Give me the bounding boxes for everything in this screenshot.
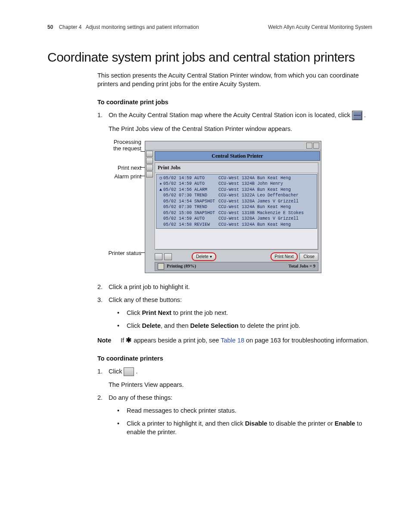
job-time-type: 05/02 07:30 TREND	[163, 193, 218, 199]
print-job-row[interactable]: 05/02 14:54 SNAPSHOTCCU-West 1328A James…	[156, 199, 317, 205]
window-title: Central Station Printer	[155, 151, 320, 161]
status-bar: Printing (89%) Total Jobs = 9	[155, 262, 318, 271]
printer-window-figure: Processing the request Print next Alarm …	[96, 141, 372, 273]
label-alarm-print: Alarm print	[114, 173, 141, 180]
bullet-print-next: Click Print Next to print the job next.	[117, 308, 372, 317]
page-number: 50	[47, 24, 53, 30]
job-patient: CCU-West 1324A Bun Keat Heng	[218, 175, 315, 181]
document-icon	[158, 263, 164, 270]
bullet-disable-enable: Click a printer to highlight it, and the…	[117, 419, 372, 436]
cycle-icon[interactable]	[146, 171, 153, 177]
view-icon[interactable]	[155, 253, 162, 260]
printers-icon[interactable]	[164, 253, 172, 260]
printers-step-2: 2. Do any of these things:	[97, 393, 372, 402]
page-header: 50 Chapter 4 Adjust monitoring settings …	[47, 24, 372, 30]
print-job-row[interactable]: ★05/02 14:59 AUTOCCU-West 1324B John Hen…	[156, 181, 317, 187]
job-patient: CCU-West 1322A Leo Deffenbacher	[218, 193, 315, 199]
job-icon	[158, 216, 163, 222]
printers-step-1: 1. Click .	[97, 367, 372, 376]
job-patient: CCU-West 1324B John Henry	[218, 181, 315, 187]
job-patient: CCU-West 1328A James V Grizzell	[218, 199, 315, 205]
printing-status: Printing (89%)	[167, 263, 196, 269]
job-time-type: 05/02 14:56 ALARM	[163, 187, 218, 193]
bullet-delete: Click Delete, and then Delete Selection …	[117, 321, 372, 330]
print-job-row[interactable]: 05/02 07:30 TRENDCCU-West 1324A Bun Keat…	[156, 204, 317, 210]
label-printer-status: Printer status	[108, 249, 141, 257]
step-3: 3. Click any of these buttons:	[97, 296, 372, 304]
delete-button[interactable]: Delete ▾	[192, 252, 216, 261]
chapter-number: Chapter 4	[59, 24, 82, 30]
job-icon	[158, 222, 163, 228]
job-icon	[158, 199, 163, 205]
print-job-row[interactable]: ◷05/02 14:59 AUTOCCU-West 1324A Bun Keat…	[156, 175, 317, 181]
error-icon: ✱	[126, 338, 132, 344]
bullet-read-messages: Read messages to check printer status.	[117, 406, 372, 415]
panel-title: Print Jobs	[155, 163, 318, 173]
print-job-row[interactable]: 05/02 07:30 TRENDCCU-West 1322A Leo Deff…	[156, 193, 317, 199]
subheading-printers: To coordinate printers	[97, 354, 372, 363]
printers-step1-result: The Printers View appears.	[97, 380, 372, 389]
print-next-button[interactable]: Print Next	[271, 252, 298, 261]
job-time-type: 05/02 14:59 AUTO	[163, 216, 218, 222]
note-label: Note	[97, 336, 114, 345]
print-job-row[interactable]: 05/02 14:59 AUTOCCU-West 1328A James V G…	[156, 216, 317, 222]
job-icon: ◷	[158, 175, 163, 181]
job-time-type: 05/02 14:54 SNAPSHOT	[163, 199, 218, 205]
job-patient: CCU-West 1324A Bun Keat Heng	[218, 222, 315, 228]
job-time-type: 05/02 14:59 AUTO	[163, 175, 218, 181]
job-icon	[158, 204, 163, 210]
central-station-printer-window: Central Station Printer Print Jobs ◷05/0…	[145, 141, 321, 273]
chapter-title: Adjust monitoring settings and patient i…	[86, 24, 199, 30]
cycle-icon[interactable]	[146, 165, 153, 171]
window-button-icon[interactable]	[306, 143, 312, 149]
label-processing: Processing the request	[113, 139, 141, 152]
job-icon: ★	[158, 181, 163, 187]
print-job-row[interactable]: ▲05/02 14:56 ALARMCCU-West 1324A Bun Kea…	[156, 187, 317, 193]
job-patient: CCU-West 1328A James V Grizzell	[218, 216, 315, 222]
job-time-type: 05/02 15:00 SNAPSHOT	[163, 210, 218, 216]
job-time-type: 05/02 14:59 AUTO	[163, 181, 218, 187]
section-title: Coordinate system print jobs and central…	[47, 50, 372, 65]
subheading-print-jobs: To coordinate print jobs	[97, 98, 372, 106]
cycle-icon[interactable]	[146, 151, 153, 157]
total-jobs: Total Jobs = 9	[289, 263, 316, 269]
job-time-type: 05/02 07:30 TREND	[163, 204, 218, 210]
label-print-next: Print next	[118, 164, 141, 172]
print-job-row[interactable]: 05/02 14:58 REVIEWCCU-West 1324A Bun Kea…	[156, 222, 317, 228]
product-name: Welch Allyn Acuity Central Monitoring Sy…	[268, 24, 372, 30]
step-2: 2. Click a print job to highlight it.	[97, 283, 372, 291]
close-button[interactable]: Close	[299, 253, 318, 261]
print-job-row[interactable]: 05/02 15:00 SNAPSHOTCCU-West 1318B Macke…	[156, 210, 317, 216]
job-time-type: 05/02 14:58 REVIEW	[163, 222, 218, 228]
job-icon	[158, 193, 163, 199]
job-icon: ▲	[158, 187, 163, 193]
job-patient: CCU-West 1318B Mackenzie E Stokes	[218, 210, 315, 216]
printers-view-icon	[124, 367, 134, 376]
job-icon	[158, 210, 163, 216]
step-1: 1. On the Acuity Central Station map whe…	[97, 111, 372, 120]
central-station-icon	[352, 111, 362, 120]
cycle-icon[interactable]	[146, 158, 153, 164]
print-jobs-list[interactable]: ◷05/02 14:59 AUTOCCU-West 1324A Bun Keat…	[156, 174, 317, 229]
job-patient: CCU-West 1324A Bun Keat Heng	[218, 187, 315, 193]
step1-result: The Print Jobs view of the Central Stati…	[97, 124, 372, 133]
intro-text: This section presents the Acuity Central…	[97, 71, 372, 88]
window-button-icon[interactable]	[313, 143, 319, 149]
table-18-link[interactable]: Table 18	[221, 337, 244, 344]
job-patient: CCU-West 1324A Bun Keat Heng	[218, 204, 315, 210]
note: Note If ✱ appears beside a print job, se…	[97, 336, 372, 345]
